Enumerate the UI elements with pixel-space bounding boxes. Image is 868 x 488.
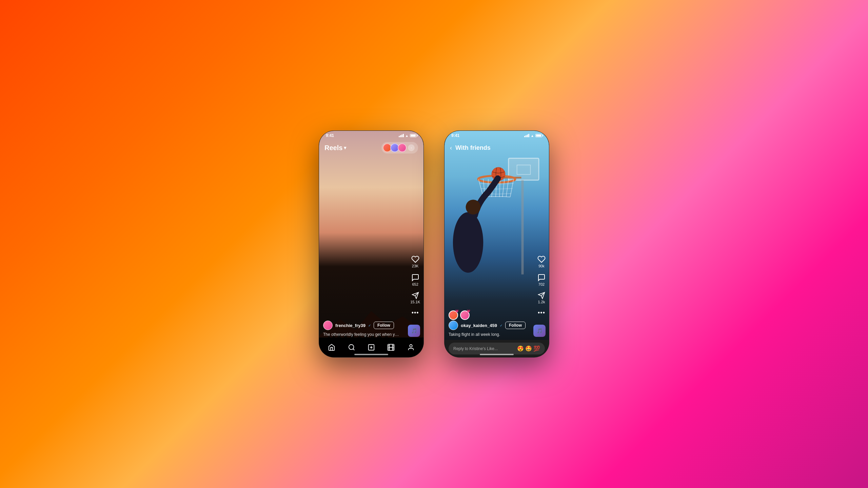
status-time-2: 9:41 [451, 133, 459, 138]
comment-action-1[interactable]: 652 [411, 273, 419, 286]
more-action-2[interactable]: ••• [538, 309, 545, 317]
follow-button-2[interactable]: Follow [505, 322, 526, 329]
reels-icon-1 [387, 344, 395, 351]
phones-container: 9:41 ▲ Reels ▾ [319, 130, 549, 358]
share-action-2[interactable]: 1.2k [538, 292, 545, 304]
reply-emojis: 😍 🤩 💯 [517, 345, 540, 352]
comment-count-2: 702 [538, 282, 545, 286]
friends-watching: 💗 💗 [449, 310, 470, 320]
friends-title: With friends [455, 144, 491, 151]
nav-add-1[interactable] [361, 341, 381, 354]
phone-with-friends: 9:41 ▲ ‹ With friends [444, 130, 549, 358]
svg-line-3 [353, 349, 354, 350]
reply-placeholder: Reply to Kristine's Like... [453, 346, 498, 351]
watcher-avatar-2: 💗 [460, 310, 470, 320]
wifi-icon-1: ▲ [405, 134, 409, 138]
music-disc-inner-1: 🎵 [408, 325, 420, 337]
nav-search-1[interactable] [341, 341, 361, 354]
emoji-heart-eyes: 😍 [517, 345, 524, 352]
like-action-1[interactable]: 23K [411, 255, 419, 268]
comment-action-2[interactable]: 702 [537, 273, 546, 286]
svg-point-15 [410, 345, 412, 347]
music-disc-2: 🎵 [533, 325, 546, 337]
stories-avatars-container[interactable]: › [381, 142, 418, 154]
home-indicator-2 [480, 354, 514, 355]
signal-icon-2 [524, 134, 529, 137]
phone-reels: 9:41 ▲ Reels ▾ [319, 130, 424, 358]
friends-header: ‹ With friends [445, 140, 549, 155]
story-avatar-3 [398, 143, 407, 152]
username-2[interactable]: okay_kaiden_459 [461, 323, 497, 328]
signal-icon-1 [399, 134, 404, 137]
user-avatar-1[interactable] [323, 321, 333, 330]
like-count-2: 90k [538, 264, 545, 268]
story-avatar-more: › [408, 144, 415, 151]
music-disc-inner-2: 🎵 [533, 325, 546, 337]
home-indicator-1 [354, 354, 388, 355]
share-icon-1 [412, 292, 419, 299]
share-action-1[interactable]: 15.1K [410, 292, 420, 304]
user-row-2: okay_kaiden_459 ✓ Follow [449, 321, 525, 330]
heart-icon-1 [411, 255, 419, 263]
reels-title-row[interactable]: Reels ▾ [324, 144, 346, 152]
user-avatar-2[interactable] [449, 321, 458, 330]
status-bar-1: 9:41 ▲ [319, 131, 423, 140]
video-caption-1: The otherworldly feeling you get when yo… [323, 332, 399, 337]
svg-point-32 [466, 200, 481, 215]
comment-icon-2 [537, 273, 546, 282]
emoji-hundred: 💯 [533, 345, 540, 352]
status-icons-2: ▲ [524, 134, 542, 138]
more-dots-icon-2: ••• [538, 309, 545, 317]
comment-count-1: 652 [412, 282, 418, 286]
status-icons-1: ▲ [399, 134, 417, 138]
nav-profile-1[interactable] [401, 341, 421, 354]
heart-icon-2 [537, 255, 546, 263]
follow-button-1[interactable]: Follow [374, 322, 394, 329]
like-action-2[interactable]: 90k [537, 255, 546, 268]
user-info-1: frenchie_fry39 ✓ Follow The otherworldly… [319, 321, 403, 337]
share-count-2: 1.2k [538, 300, 545, 304]
reels-header: Reels ▾ › [319, 140, 423, 155]
music-disc-1: 🎵 [408, 325, 420, 337]
profile-icon-1 [407, 344, 415, 351]
watcher-avatar-1: 💗 [449, 310, 458, 320]
basketball-scene [445, 141, 549, 277]
reels-title-text: Reels [324, 144, 342, 152]
verified-badge-2: ✓ [500, 324, 502, 327]
verified-badge-1: ✓ [368, 324, 371, 327]
wifi-icon-2: ▲ [531, 134, 534, 138]
search-icon-1 [348, 344, 355, 351]
username-1[interactable]: frenchie_fry39 [335, 323, 366, 328]
more-dots-icon-1: ••• [412, 309, 419, 317]
like-count-1: 23K [412, 264, 419, 268]
status-bar-2: 9:41 ▲ [445, 131, 549, 140]
user-info-2: okay_kaiden_459 ✓ Follow Taking flight i… [445, 321, 529, 337]
more-action-1[interactable]: ••• [412, 309, 419, 317]
add-icon-1 [368, 344, 375, 351]
status-time-1: 9:41 [326, 133, 334, 138]
reels-chevron-icon: ▾ [344, 145, 346, 150]
nav-reels-1[interactable] [381, 341, 401, 354]
reply-input-area[interactable]: Reply to Kristine's Like... 😍 🤩 💯 [449, 343, 545, 354]
svg-rect-18 [521, 180, 524, 274]
video-caption-2: Taking flight in all week long. [449, 332, 525, 337]
comment-icon-1 [411, 273, 419, 282]
nav-home-1[interactable] [322, 341, 341, 354]
home-icon-1 [328, 344, 335, 351]
video-actions-1: 23K 652 15.1K ••• [410, 255, 420, 317]
battery-icon-1 [410, 134, 417, 137]
user-row-1: frenchie_fry39 ✓ Follow [323, 321, 399, 330]
svg-point-31 [453, 212, 483, 273]
battery-icon-2 [535, 134, 542, 137]
video-actions-2: 90k 702 1.2k ••• [537, 255, 546, 317]
emoji-star-struck: 🤩 [525, 345, 532, 352]
svg-point-2 [349, 345, 354, 350]
back-button[interactable]: ‹ [450, 144, 452, 151]
share-count-1: 15.1K [410, 300, 420, 304]
share-icon-2 [538, 292, 545, 299]
